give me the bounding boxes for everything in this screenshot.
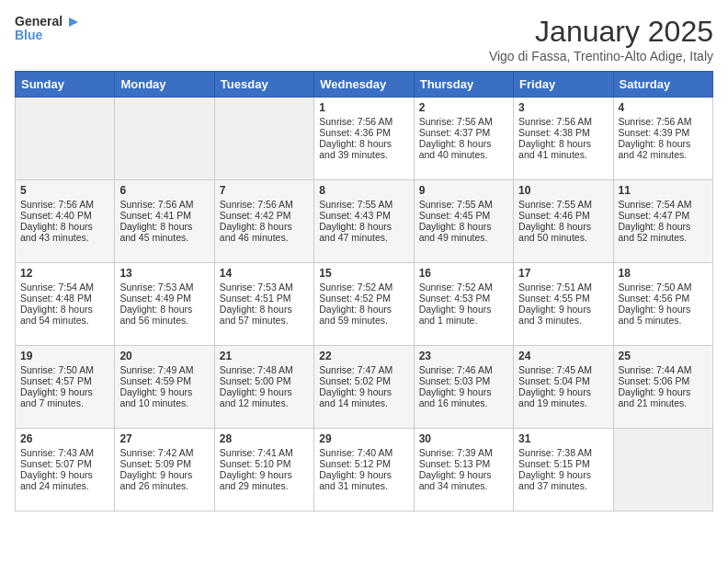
sunset-text: Sunset: 5:04 PM <box>518 375 590 386</box>
sunset-text: Sunset: 5:09 PM <box>119 458 191 469</box>
daylight-text: Daylight: 8 hours and 54 minutes. <box>20 304 93 326</box>
sunset-text: Sunset: 5:07 PM <box>20 458 92 469</box>
calendar-cell: 14 Sunrise: 7:53 AM Sunset: 4:51 PM Dayl… <box>214 263 313 346</box>
day-header-wednesday: Wednesday <box>314 72 414 98</box>
calendar-cell <box>214 98 313 180</box>
sunrise-text: Sunrise: 7:56 AM <box>518 116 592 127</box>
calendar-cell: 17 Sunrise: 7:51 AM Sunset: 4:55 PM Dayl… <box>514 263 613 346</box>
daylight-text: Daylight: 8 hours and 52 minutes. <box>619 221 691 243</box>
daylight-text: Daylight: 9 hours and 1 minute. <box>419 304 492 326</box>
daylight-text: Daylight: 9 hours and 29 minutes. <box>220 469 292 491</box>
daylight-text: Daylight: 9 hours and 37 minutes. <box>518 469 591 491</box>
daylight-text: Daylight: 8 hours and 49 minutes. <box>419 221 492 243</box>
day-number: 2 <box>419 101 508 114</box>
calendar-week-1: 1 Sunrise: 7:56 AM Sunset: 4:36 PM Dayli… <box>16 98 713 180</box>
day-number: 21 <box>220 350 309 362</box>
sunrise-text: Sunrise: 7:56 AM <box>619 116 692 127</box>
calendar-cell: 16 Sunrise: 7:52 AM Sunset: 4:53 PM Dayl… <box>414 263 513 346</box>
sunset-text: Sunset: 4:37 PM <box>419 127 491 138</box>
sunrise-text: Sunrise: 7:56 AM <box>419 116 493 127</box>
daylight-text: Daylight: 8 hours and 47 minutes. <box>319 221 392 243</box>
sunrise-text: Sunrise: 7:54 AM <box>20 282 94 293</box>
sunset-text: Sunset: 4:47 PM <box>619 210 690 221</box>
daylight-text: Daylight: 8 hours and 56 minutes. <box>119 304 192 326</box>
sunset-text: Sunset: 4:43 PM <box>319 210 391 221</box>
daylight-text: Daylight: 8 hours and 45 minutes. <box>119 221 192 243</box>
sunset-text: Sunset: 5:10 PM <box>220 458 291 469</box>
calendar-cell: 18 Sunrise: 7:50 AM Sunset: 4:56 PM Dayl… <box>613 263 712 346</box>
day-number: 16 <box>419 267 508 280</box>
month-title: January 2025 <box>489 15 713 49</box>
day-number: 26 <box>20 432 109 445</box>
sunrise-text: Sunrise: 7:50 AM <box>20 364 94 375</box>
day-header-tuesday: Tuesday <box>214 72 313 98</box>
sunset-text: Sunset: 4:39 PM <box>619 127 690 138</box>
daylight-text: Daylight: 9 hours and 3 minutes. <box>518 304 591 326</box>
daylight-text: Daylight: 9 hours and 5 minutes. <box>619 304 691 326</box>
day-header-saturday: Saturday <box>613 72 712 98</box>
sunset-text: Sunset: 4:57 PM <box>20 375 92 386</box>
day-number: 3 <box>518 101 608 114</box>
calendar-cell: 21 Sunrise: 7:48 AM Sunset: 5:00 PM Dayl… <box>214 346 313 429</box>
day-number: 6 <box>119 184 209 197</box>
day-number: 5 <box>20 184 109 197</box>
day-header-monday: Monday <box>115 72 214 98</box>
daylight-text: Daylight: 9 hours and 31 minutes. <box>319 469 392 491</box>
day-number: 15 <box>319 267 408 280</box>
day-number: 12 <box>20 267 109 280</box>
calendar-table: SundayMondayTuesdayWednesdayThursdayFrid… <box>15 71 713 511</box>
day-number: 20 <box>119 350 209 362</box>
calendar-cell: 20 Sunrise: 7:49 AM Sunset: 4:59 PM Dayl… <box>115 346 214 429</box>
sunrise-text: Sunrise: 7:41 AM <box>220 447 293 458</box>
logo-text-block: General Blue <box>15 15 80 43</box>
sunrise-text: Sunrise: 7:40 AM <box>319 447 392 458</box>
calendar-cell: 31 Sunrise: 7:38 AM Sunset: 5:15 PM Dayl… <box>514 429 613 511</box>
day-number: 23 <box>419 350 508 362</box>
sunrise-text: Sunrise: 7:55 AM <box>419 199 493 210</box>
sunset-text: Sunset: 4:38 PM <box>518 127 590 138</box>
day-number: 25 <box>619 350 708 362</box>
day-number: 27 <box>119 432 209 445</box>
day-number: 17 <box>518 267 608 280</box>
sunrise-text: Sunrise: 7:38 AM <box>518 447 592 458</box>
sunset-text: Sunset: 4:55 PM <box>518 293 590 304</box>
sunset-text: Sunset: 5:13 PM <box>419 458 491 469</box>
day-number: 10 <box>518 184 608 197</box>
daylight-text: Daylight: 9 hours and 24 minutes. <box>20 469 93 491</box>
daylight-text: Daylight: 9 hours and 26 minutes. <box>119 469 192 491</box>
day-number: 7 <box>220 184 309 197</box>
sunrise-text: Sunrise: 7:54 AM <box>619 199 692 210</box>
logo-blue: Blue <box>15 28 42 42</box>
calendar-cell: 7 Sunrise: 7:56 AM Sunset: 4:42 PM Dayli… <box>214 180 313 263</box>
day-number: 31 <box>518 432 608 445</box>
day-number: 29 <box>319 432 408 445</box>
calendar-week-2: 5 Sunrise: 7:56 AM Sunset: 4:40 PM Dayli… <box>16 180 713 263</box>
calendar-cell: 5 Sunrise: 7:56 AM Sunset: 4:40 PM Dayli… <box>16 180 115 263</box>
svg-marker-0 <box>69 17 78 27</box>
sunrise-text: Sunrise: 7:51 AM <box>518 282 592 293</box>
calendar-cell: 29 Sunrise: 7:40 AM Sunset: 5:12 PM Dayl… <box>314 429 414 511</box>
daylight-text: Daylight: 9 hours and 34 minutes. <box>419 469 492 491</box>
daylight-text: Daylight: 8 hours and 42 minutes. <box>619 138 691 160</box>
calendar-cell: 19 Sunrise: 7:50 AM Sunset: 4:57 PM Dayl… <box>16 346 115 429</box>
calendar-cell: 23 Sunrise: 7:46 AM Sunset: 5:03 PM Dayl… <box>414 346 513 429</box>
sunrise-text: Sunrise: 7:56 AM <box>220 199 293 210</box>
calendar-cell: 11 Sunrise: 7:54 AM Sunset: 4:47 PM Dayl… <box>613 180 712 263</box>
day-number: 24 <box>518 350 608 362</box>
days-header-row: SundayMondayTuesdayWednesdayThursdayFrid… <box>16 72 713 98</box>
sunset-text: Sunset: 4:46 PM <box>518 210 590 221</box>
sunset-text: Sunset: 5:12 PM <box>319 458 391 469</box>
sunrise-text: Sunrise: 7:47 AM <box>319 364 392 375</box>
sunset-text: Sunset: 4:53 PM <box>419 293 491 304</box>
sunset-text: Sunset: 4:56 PM <box>619 293 690 304</box>
day-number: 4 <box>619 101 708 114</box>
sunset-text: Sunset: 4:59 PM <box>119 375 191 386</box>
day-header-friday: Friday <box>514 72 613 98</box>
daylight-text: Daylight: 8 hours and 40 minutes. <box>419 138 492 160</box>
day-number: 1 <box>319 101 408 114</box>
day-number: 8 <box>319 184 408 197</box>
day-number: 30 <box>419 432 508 445</box>
location-subtitle: Vigo di Fassa, Trentino-Alto Adige, Ital… <box>489 49 713 63</box>
sunrise-text: Sunrise: 7:56 AM <box>119 199 193 210</box>
calendar-cell <box>16 98 115 180</box>
